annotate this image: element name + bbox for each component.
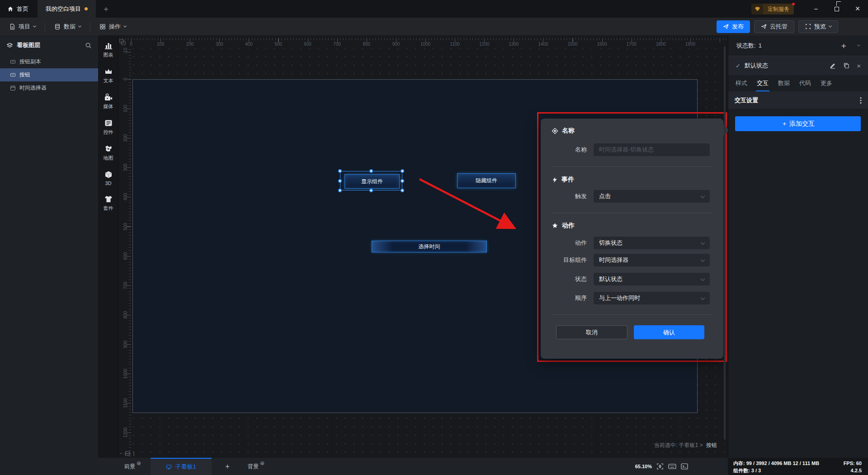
- publish-button[interactable]: 发布: [717, 20, 750, 33]
- tab-style[interactable]: 样式: [735, 75, 748, 91]
- action-star-icon: [552, 223, 558, 229]
- fit-screen-icon[interactable]: [656, 463, 664, 470]
- confirm-button[interactable]: 确认: [634, 325, 704, 339]
- order-select[interactable]: 与上一动作同时: [594, 292, 710, 304]
- custom-service-badge[interactable]: 定制服务: [751, 4, 794, 14]
- ruler-v-label: 1000: [123, 365, 128, 383]
- toolbar-item-label: 地图: [104, 155, 113, 162]
- layer-item-label: 按钮: [19, 71, 30, 79]
- zoom-controls: 65.10%: [635, 458, 688, 475]
- circle-plus-icon[interactable]: ⊕: [137, 460, 141, 466]
- toolbar-item-text[interactable]: 文本: [99, 67, 118, 84]
- close-icon[interactable]: ×: [857, 62, 861, 70]
- circle-plus-icon[interactable]: ⊕: [260, 460, 264, 466]
- trigger-select[interactable]: 点击: [594, 190, 710, 203]
- restore-button[interactable]: [826, 0, 847, 18]
- foreground-button[interactable]: 前景 ⊕: [124, 458, 141, 475]
- duplicate-icon[interactable]: [843, 62, 849, 69]
- toolbar-item-widgets[interactable]: 控件: [99, 119, 118, 136]
- close-button[interactable]: ×: [847, 0, 868, 18]
- board-tab-label: 子看板1: [175, 463, 196, 471]
- bottom-bar-corner: [0, 458, 99, 475]
- minimize-button[interactable]: −: [806, 0, 826, 18]
- tab-code[interactable]: 代码: [798, 75, 812, 91]
- layer-item-button[interactable]: 按钮: [0, 68, 98, 81]
- canvas-time-button[interactable]: 选择时间: [372, 241, 487, 252]
- add-board-button[interactable]: ＋: [224, 458, 231, 475]
- layer-item-label: 按钮副本: [19, 58, 41, 66]
- name-input[interactable]: 时间选择器-切换状态: [594, 143, 710, 156]
- dialog-section-name: 名称: [552, 127, 575, 135]
- tab-data[interactable]: 数据: [777, 75, 791, 91]
- board-tab[interactable]: 子看板1: [151, 458, 212, 475]
- selection-handle[interactable]: [401, 189, 404, 192]
- add-interaction-button[interactable]: ＋ 添加交互: [735, 116, 861, 131]
- toolbar-item-media[interactable]: 媒体: [99, 93, 118, 110]
- ruler-h-label: 1700: [627, 42, 637, 47]
- app-window: 首页 我的空白项目 ＋ 定制服务 − × 项目 数据: [0, 0, 868, 475]
- ruler-h-label: 1400: [538, 42, 548, 47]
- edit-pen-icon[interactable]: [830, 62, 836, 69]
- ruler-v-label: 1100: [123, 394, 128, 412]
- layer-item-time-picker[interactable]: 时间选择器: [0, 81, 98, 95]
- selection-handle[interactable]: [369, 189, 373, 192]
- ruler-h-label: 800: [363, 42, 370, 47]
- background-button[interactable]: 背景 ⊕: [248, 458, 264, 475]
- toolbar-item-label: 图表: [104, 52, 113, 58]
- search-icon[interactable]: [85, 42, 92, 49]
- selection-breadcrumb: 当前选中: 子看板1 > 按钮: [654, 442, 717, 449]
- menu-project[interactable]: 项目: [0, 21, 45, 32]
- collapse-icon[interactable]: −: [119, 451, 122, 456]
- selection-handle[interactable]: [401, 179, 404, 183]
- window-titlebar: 首页 我的空白项目 ＋ 定制服务 − ×: [0, 0, 868, 18]
- canvas-viewport[interactable]: 0100200300400500600700800900100011001200…: [118, 35, 728, 458]
- selection-handle[interactable]: [369, 169, 373, 173]
- add-state-button[interactable]: ＋: [840, 40, 848, 51]
- cloud-hosting-button[interactable]: 云托管: [754, 20, 794, 33]
- dialog-divider: [552, 213, 712, 213]
- tab-project[interactable]: 我的空白项目: [38, 0, 96, 18]
- toolbar-item-map[interactable]: 地图: [99, 145, 118, 162]
- kebab-menu-icon[interactable]: [860, 97, 862, 104]
- toolbar-item-kits[interactable]: 套件: [99, 195, 118, 212]
- ruler-h-label: 300: [216, 42, 223, 47]
- menu-data[interactable]: 数据: [45, 21, 90, 32]
- selection-box[interactable]: [340, 171, 402, 190]
- new-tab-button[interactable]: ＋: [96, 0, 116, 18]
- dialog-section-event: 事件: [552, 176, 574, 184]
- toolbar-item-label: 控件: [104, 129, 113, 136]
- menu-operate[interactable]: 操作: [90, 21, 135, 32]
- chevron-down-icon[interactable]: [857, 43, 860, 47]
- tab-interaction[interactable]: 交互: [756, 75, 769, 91]
- state-select[interactable]: 默认状态: [594, 273, 710, 285]
- breadcrumb-board[interactable]: 子看板1: [679, 442, 698, 448]
- tab-more[interactable]: 更多: [820, 75, 833, 91]
- selection-handle[interactable]: [338, 189, 342, 192]
- preview-button[interactable]: 预览: [798, 20, 838, 33]
- default-state-row[interactable]: ✓ 默认状态 ×: [728, 56, 868, 75]
- action-select[interactable]: 切换状态: [594, 237, 710, 249]
- breadcrumb-item[interactable]: 按钮: [706, 442, 717, 448]
- name-field-label: 名称: [541, 143, 587, 156]
- minimap-icon[interactable]: [125, 451, 130, 456]
- tab-home[interactable]: 首页: [0, 0, 38, 18]
- state-field-label: 状态: [541, 273, 587, 285]
- target-field-label: 目标组件: [541, 254, 587, 266]
- toolbar-item-charts[interactable]: 图表: [99, 42, 118, 58]
- canvas-hide-button[interactable]: 隐藏组件: [457, 173, 516, 188]
- terminal-icon[interactable]: [681, 463, 688, 470]
- publish-label: 发布: [732, 23, 744, 31]
- cancel-button[interactable]: 取消: [556, 325, 627, 339]
- selection-handle[interactable]: [338, 169, 342, 173]
- keyboard-icon[interactable]: [668, 463, 676, 470]
- state-count-label: 状态数:: [736, 42, 756, 50]
- target-select[interactable]: 时间选择器: [594, 254, 710, 266]
- vertical-scrollbar[interactable]: [724, 46, 726, 440]
- ruler-corner-icon[interactable]: [119, 39, 127, 46]
- layer-item-button-copy[interactable]: 按钮副本: [0, 55, 98, 68]
- ruler-h-label: 1500: [567, 42, 577, 47]
- fps-label: FPS:: [844, 461, 855, 466]
- toolbar-item-3d[interactable]: 3D: [99, 171, 118, 186]
- selection-handle[interactable]: [338, 179, 342, 183]
- selection-handle[interactable]: [401, 169, 404, 173]
